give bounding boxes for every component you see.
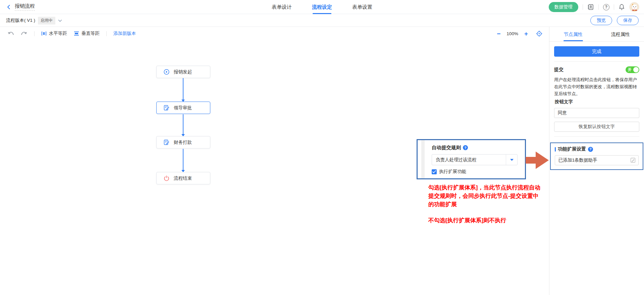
restore-default-button-text[interactable]: 恢复默认按钮文字 (554, 122, 639, 132)
canvas-toolbar: 水平等距 垂直等距 添加新版本 − 100% + (0, 27, 549, 40)
extension-settings-highlight-box: 功能扩展设置 ? 已添加1条数据助手 (550, 142, 643, 170)
toggle-knob (633, 67, 639, 72)
flow-node-label: 报销发起 (174, 69, 192, 75)
divider (583, 4, 583, 10)
tab-flow-properties[interactable]: 流程属性 (597, 27, 644, 41)
status-badge: 启用中 (38, 17, 55, 24)
submit-section-title: 提交 (554, 67, 564, 73)
caret-down-icon (510, 159, 514, 161)
annotation-note: 勾选[执行扩展体系]，当此节点执行流程自动提交规则时，会同步执行此节点-提交设置… (428, 183, 541, 225)
version-label: 流程版本( V1 ) (6, 17, 35, 23)
flow-node-label: 领导审批 (174, 105, 192, 111)
extension-settings-title: 功能扩展设置 (558, 146, 586, 152)
execute-extension-checkbox-row[interactable]: 执行扩展功能 (432, 169, 520, 175)
tab-form-setting[interactable]: 表单设置 (352, 0, 372, 14)
edit-pencil-icon[interactable] (630, 158, 636, 163)
properties-panel: 节点属性 流程属性 完成 提交 开 用户在处理流程时点击此按钮，将保存用户在此节… (549, 27, 644, 295)
zoom-in-button[interactable]: + (524, 31, 528, 37)
section-marker (555, 147, 556, 152)
help-icon[interactable]: ? (588, 147, 593, 152)
auto-submit-rule-select[interactable]: 负责人处理过该流程 (432, 154, 518, 165)
page-title[interactable]: 报销流程 (15, 3, 35, 11)
doc-edit-icon (164, 139, 169, 145)
flow-node-payment[interactable]: 财务打款 (156, 136, 210, 149)
done-button[interactable]: 完成 (554, 46, 639, 57)
submit-description: 用户在处理流程时点击此按钮，将保存用户在此节点中对数据的更改，流程数据视图转至后… (554, 76, 639, 97)
header-right-actions: 数据管理 ? (549, 0, 639, 14)
flow-connector (183, 114, 183, 136)
user-avatar[interactable] (629, 2, 639, 12)
auto-submit-rule-popup: 自动提交规则 ? 负责人处理过该流程 执行扩展功能 (417, 139, 526, 179)
doc-edit-icon (164, 105, 169, 111)
zoom-controls: − 100% + (497, 27, 542, 40)
vertical-spacing-button[interactable]: 垂直等距 (74, 31, 100, 37)
popup-left-strip (421, 140, 425, 178)
flow-connector (183, 78, 183, 102)
popup-title: 自动提交规则 (432, 144, 461, 151)
button-text-label: 按钮文字 (554, 99, 639, 105)
submit-toggle-on[interactable]: 开 (626, 66, 639, 73)
checkbox-checked-icon[interactable] (432, 169, 437, 174)
undo-icon[interactable] (7, 31, 14, 36)
redo-icon[interactable] (21, 31, 28, 36)
help-icon[interactable]: ? (463, 145, 468, 150)
help-icon[interactable]: ? (603, 4, 609, 10)
notifications-bell-icon[interactable] (619, 4, 625, 10)
flow-connector (183, 149, 183, 172)
flow-node-approval[interactable]: 领导审批 (156, 102, 210, 114)
contacts-icon[interactable] (587, 4, 594, 10)
fit-view-target-icon[interactable] (536, 31, 542, 37)
top-header: 报销流程 表单设计 流程设定 表单设置 数据管理 ? (0, 0, 644, 14)
tab-form-design[interactable]: 表单设计 (272, 0, 292, 14)
back-icon[interactable] (6, 4, 11, 10)
divider (554, 61, 639, 62)
divider (554, 136, 639, 137)
annotation-paragraph: 不勾选[执行扩展体系]则不执行 (428, 216, 541, 225)
zoom-level: 100% (506, 31, 518, 36)
vertical-spacing-icon (74, 31, 79, 36)
data-manage-button[interactable]: 数据管理 (549, 2, 578, 12)
preview-button[interactable]: 预览 (590, 16, 612, 25)
divider (34, 31, 35, 36)
save-button[interactable]: 保存 (617, 16, 639, 25)
annotation-paragraph: 勾选[执行扩展体系]，当此节点执行流程自动提交规则时，会同步执行此节点-提交设置… (428, 183, 541, 209)
flow-node-label: 流程结束 (174, 175, 192, 181)
flow-node-end[interactable]: 流程结束 (156, 172, 210, 184)
extension-settings-value: 已添加1条数据助手 (558, 157, 630, 163)
horizontal-spacing-button[interactable]: 水平等距 (41, 31, 67, 37)
header-tabs: 表单设计 流程设定 表单设置 (0, 0, 644, 14)
panel-tabs: 节点属性 流程属性 (549, 27, 644, 42)
zoom-out-button[interactable]: − (497, 31, 500, 37)
power-icon (164, 175, 169, 181)
select-value: 负责人处理过该流程 (432, 157, 506, 163)
version-dropdown-caret-icon[interactable] (58, 18, 62, 23)
version-bar-actions: 预览 保存 (590, 16, 639, 25)
divider (106, 31, 107, 36)
flow-node-label: 财务打款 (174, 139, 192, 145)
tab-flow-setting[interactable]: 流程设定 (312, 0, 332, 14)
orange-pointer-arrow (526, 151, 549, 171)
tab-node-properties[interactable]: 节点属性 (549, 27, 597, 41)
flow-node-start[interactable]: 报销发起 (156, 66, 210, 78)
play-circle-icon (164, 69, 169, 75)
divider (598, 4, 599, 10)
divider (614, 4, 614, 10)
button-text-input[interactable] (554, 108, 639, 118)
horizontal-spacing-icon (41, 31, 47, 36)
version-bar: 流程版本( V1 ) 启用中 预览 保存 (0, 14, 644, 27)
extension-settings-field[interactable]: 已添加1条数据助手 (555, 155, 639, 165)
checkbox-label: 执行扩展功能 (439, 169, 466, 175)
add-new-version-link[interactable]: 添加新版本 (113, 31, 136, 37)
